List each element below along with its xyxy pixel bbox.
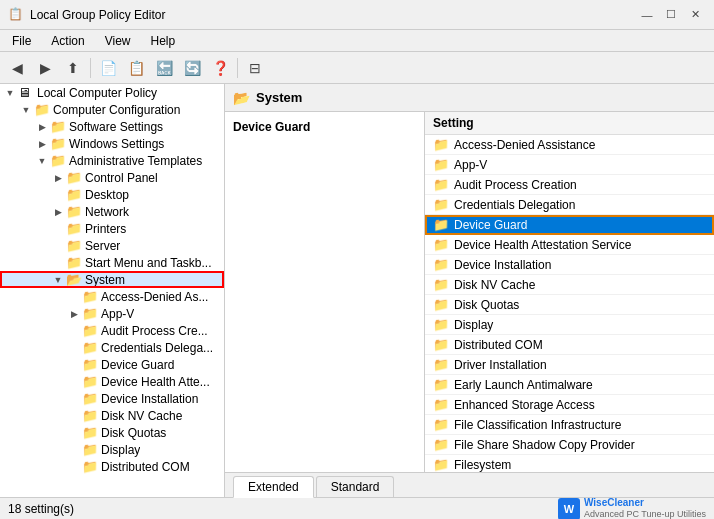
tree-item-desktop[interactable]: 📁 Desktop bbox=[0, 186, 224, 203]
tree-item-printers[interactable]: 📁 Printers bbox=[0, 220, 224, 237]
filter-button[interactable]: ⊟ bbox=[242, 55, 268, 81]
toggle-icon bbox=[66, 462, 82, 472]
tree-item-disk-quotas[interactable]: 📁 Disk Quotas bbox=[0, 424, 224, 441]
setting-item-early-launch[interactable]: 📁 Early Launch Antimalware bbox=[425, 375, 714, 395]
setting-label: Driver Installation bbox=[454, 358, 547, 372]
toggle-icon bbox=[66, 377, 82, 387]
folder-icon: 📁 bbox=[433, 437, 449, 452]
tab-extended[interactable]: Extended bbox=[233, 476, 314, 498]
tree-item-start-menu[interactable]: 📁 Start Menu and Taskb... bbox=[0, 254, 224, 271]
detail-panel: Device Guard bbox=[225, 112, 425, 472]
tree-item-local-computer-policy[interactable]: ▼ 🖥 Local Computer Policy bbox=[0, 84, 224, 101]
menu-file[interactable]: File bbox=[4, 32, 39, 50]
setting-item-file-classification[interactable]: 📁 File Classification Infrastructure bbox=[425, 415, 714, 435]
toggle-icon: ▼ bbox=[18, 105, 34, 115]
setting-item-file-share[interactable]: 📁 File Share Shadow Copy Provider bbox=[425, 435, 714, 455]
tree-panel: ▼ 🖥 Local Computer Policy ▼ 📁 Computer C… bbox=[0, 84, 225, 497]
tree-item-credentials[interactable]: 📁 Credentials Delega... bbox=[0, 339, 224, 356]
new-window-button[interactable]: 🔙 bbox=[151, 55, 177, 81]
setting-item-appv[interactable]: 📁 App-V bbox=[425, 155, 714, 175]
setting-item-device-health[interactable]: 📁 Device Health Attestation Service bbox=[425, 235, 714, 255]
toggle-icon bbox=[50, 224, 66, 234]
folder-icon: 📁 bbox=[433, 377, 449, 392]
toggle-icon bbox=[66, 428, 82, 438]
folder-icon: 📁 bbox=[50, 153, 66, 168]
setting-item-display[interactable]: 📁 Display bbox=[425, 315, 714, 335]
folder-icon: 📁 bbox=[433, 237, 449, 252]
tree-item-access-denied[interactable]: 📁 Access-Denied As... bbox=[0, 288, 224, 305]
setting-item-device-installation[interactable]: 📁 Device Installation bbox=[425, 255, 714, 275]
tree-item-software-settings[interactable]: ▶ 📁 Software Settings bbox=[0, 118, 224, 135]
help-button[interactable]: ❓ bbox=[207, 55, 233, 81]
tree-label: Access-Denied As... bbox=[101, 290, 208, 304]
folder-icon-open: 📂 bbox=[66, 272, 82, 287]
toggle-icon bbox=[66, 360, 82, 370]
tree-label: Device Health Atte... bbox=[101, 375, 210, 389]
tree-item-control-panel[interactable]: ▶ 📁 Control Panel bbox=[0, 169, 224, 186]
folder-icon: 📁 bbox=[433, 257, 449, 272]
tree-label: Software Settings bbox=[69, 120, 163, 134]
tree-item-administrative-templates[interactable]: ▼ 📁 Administrative Templates bbox=[0, 152, 224, 169]
toggle-icon bbox=[66, 445, 82, 455]
tree-item-device-health[interactable]: 📁 Device Health Atte... bbox=[0, 373, 224, 390]
tree-item-computer-configuration[interactable]: ▼ 📁 Computer Configuration bbox=[0, 101, 224, 118]
main-area: ▼ 🖥 Local Computer Policy ▼ 📁 Computer C… bbox=[0, 84, 714, 497]
folder-icon: 📁 bbox=[82, 289, 98, 304]
up-button[interactable]: ⬆ bbox=[60, 55, 86, 81]
tree-label: Windows Settings bbox=[69, 137, 164, 151]
setting-item-access-denied[interactable]: 📁 Access-Denied Assistance bbox=[425, 135, 714, 155]
close-button[interactable]: ✕ bbox=[684, 5, 706, 25]
computer-icon: 🖥 bbox=[18, 85, 34, 100]
setting-label: File Classification Infrastructure bbox=[454, 418, 621, 432]
minimize-button[interactable]: — bbox=[636, 5, 658, 25]
setting-item-filesystem[interactable]: 📁 Filesystem bbox=[425, 455, 714, 472]
toggle-icon: ▼ bbox=[2, 88, 18, 98]
app-icon: 📋 bbox=[8, 7, 24, 23]
menu-view[interactable]: View bbox=[97, 32, 139, 50]
tree-item-device-guard[interactable]: 📁 Device Guard bbox=[0, 356, 224, 373]
tree-item-system[interactable]: ▼ 📂 System bbox=[0, 271, 224, 288]
system-header-title: System bbox=[256, 90, 302, 105]
refresh-button[interactable]: 🔄 bbox=[179, 55, 205, 81]
setting-label: Access-Denied Assistance bbox=[454, 138, 595, 152]
show-hide-button[interactable]: 📄 bbox=[95, 55, 121, 81]
toolbar: ◀ ▶ ⬆ 📄 📋 🔙 🔄 ❓ ⊟ bbox=[0, 52, 714, 84]
properties-button[interactable]: 📋 bbox=[123, 55, 149, 81]
tree-item-disk-nv-cache[interactable]: 📁 Disk NV Cache bbox=[0, 407, 224, 424]
maximize-button[interactable]: ☐ bbox=[660, 5, 682, 25]
tree-label: Start Menu and Taskb... bbox=[85, 256, 212, 270]
setting-item-device-guard[interactable]: 📁 Device Guard bbox=[425, 215, 714, 235]
menu-action[interactable]: Action bbox=[43, 32, 92, 50]
tree-item-distributed-com[interactable]: 📁 Distributed COM bbox=[0, 458, 224, 475]
setting-item-distributed-com[interactable]: 📁 Distributed COM bbox=[425, 335, 714, 355]
tree-label: Audit Process Cre... bbox=[101, 324, 208, 338]
setting-label: Device Guard bbox=[454, 218, 527, 232]
forward-button[interactable]: ▶ bbox=[32, 55, 58, 81]
setting-label: Audit Process Creation bbox=[454, 178, 577, 192]
setting-item-audit-process[interactable]: 📁 Audit Process Creation bbox=[425, 175, 714, 195]
tree-label: Credentials Delega... bbox=[101, 341, 213, 355]
tree-item-display[interactable]: 📁 Display bbox=[0, 441, 224, 458]
setting-label: App-V bbox=[454, 158, 487, 172]
title-bar: 📋 Local Group Policy Editor — ☐ ✕ bbox=[0, 0, 714, 30]
menu-help[interactable]: Help bbox=[143, 32, 184, 50]
folder-icon: 📁 bbox=[82, 442, 98, 457]
tree-item-windows-settings[interactable]: ▶ 📁 Windows Settings bbox=[0, 135, 224, 152]
setting-item-disk-nv[interactable]: 📁 Disk NV Cache bbox=[425, 275, 714, 295]
tree-item-audit-process[interactable]: 📁 Audit Process Cre... bbox=[0, 322, 224, 339]
folder-icon: 📁 bbox=[433, 397, 449, 412]
setting-item-disk-quotas[interactable]: 📁 Disk Quotas bbox=[425, 295, 714, 315]
tree-item-network[interactable]: ▶ 📁 Network bbox=[0, 203, 224, 220]
setting-item-enhanced-storage[interactable]: 📁 Enhanced Storage Access bbox=[425, 395, 714, 415]
tab-standard[interactable]: Standard bbox=[316, 476, 395, 497]
folder-icon: 📁 bbox=[82, 357, 98, 372]
tree-label: Control Panel bbox=[85, 171, 158, 185]
tree-item-server[interactable]: 📁 Server bbox=[0, 237, 224, 254]
setting-item-driver-installation[interactable]: 📁 Driver Installation bbox=[425, 355, 714, 375]
folder-icon: 📁 bbox=[82, 425, 98, 440]
tree-item-appv[interactable]: ▶ 📁 App-V bbox=[0, 305, 224, 322]
tree-item-device-installation[interactable]: 📁 Device Installation bbox=[0, 390, 224, 407]
folder-icon: 📁 bbox=[433, 217, 449, 232]
setting-item-credentials-delegation[interactable]: 📁 Credentials Delegation bbox=[425, 195, 714, 215]
back-button[interactable]: ◀ bbox=[4, 55, 30, 81]
